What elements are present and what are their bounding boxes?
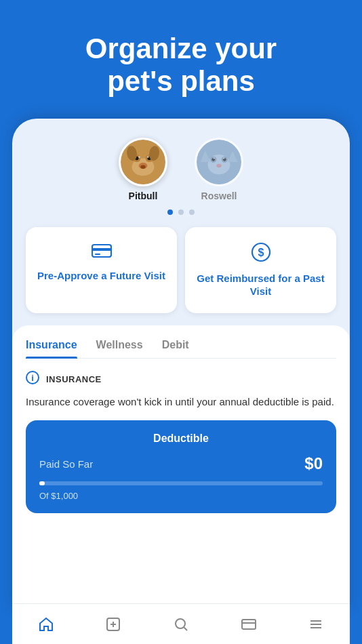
- avatar-pitbull: [119, 138, 167, 186]
- svg-point-20: [216, 163, 221, 167]
- svg-point-22: [223, 157, 224, 159]
- svg-point-11: [147, 156, 149, 158]
- deductible-title: Deductible: [39, 432, 323, 445]
- pet-name-roswell: Roswell: [201, 190, 237, 201]
- insurance-section: i INSURANCE Insurance coverage won't kic…: [26, 371, 336, 514]
- get-reimbursed-card[interactable]: $ Get Reimbursed for a Past Visit: [185, 227, 336, 313]
- card-nav-icon[interactable]: [235, 611, 262, 638]
- svg-rect-25: [95, 254, 100, 255]
- svg-line-34: [184, 627, 187, 630]
- svg-rect-35: [242, 620, 256, 629]
- plus-nav-icon[interactable]: [100, 611, 127, 638]
- pet-name-pitbull: Pitbull: [129, 190, 158, 201]
- phone-frame: Pitbull Ros: [12, 119, 350, 610]
- pet-item-roswell[interactable]: Roswell: [195, 138, 243, 201]
- insurance-description: Insurance coverage won't kick in until y…: [26, 395, 336, 410]
- pet-item-pitbull[interactable]: Pitbull: [119, 138, 167, 201]
- svg-rect-24: [92, 248, 111, 251]
- header: Organize your pet's plans: [0, 0, 362, 119]
- svg-point-7: [140, 165, 145, 169]
- svg-point-33: [176, 619, 185, 628]
- avatar-roswell: [195, 138, 243, 186]
- dog-avatar-svg: [121, 138, 165, 186]
- action-cards-row: Pre-Approve a Future Visit $ Get Reimbur…: [26, 227, 336, 313]
- menu-nav-icon[interactable]: [302, 611, 329, 638]
- home-nav-icon[interactable]: [33, 611, 60, 638]
- deductible-paid-value: $0: [304, 454, 323, 473]
- svg-point-10: [138, 156, 140, 158]
- bottom-nav: [12, 603, 350, 644]
- pets-row: Pitbull Ros: [26, 138, 336, 201]
- get-reimbursed-label: Get Reimbursed for a Past Visit: [196, 272, 325, 298]
- insurance-section-title: INSURANCE: [46, 374, 102, 384]
- search-nav-icon[interactable]: [167, 611, 195, 638]
- progress-bar-fill: [39, 481, 45, 485]
- card-icon: [92, 242, 112, 262]
- pre-approve-card[interactable]: Pre-Approve a Future Visit: [26, 227, 177, 313]
- svg-text:i: i: [31, 373, 34, 383]
- bottom-card: Insurance Wellness Debit i INSURANCE Ins…: [12, 325, 350, 610]
- deductible-card: Deductible Paid So Far $0 Of $1,000: [26, 420, 336, 513]
- tab-wellness[interactable]: Wellness: [96, 339, 143, 358]
- pagination-dots: [26, 209, 336, 215]
- dot-3: [189, 209, 195, 215]
- insurance-header: i INSURANCE: [26, 371, 336, 388]
- dollar-circle-icon: $: [251, 242, 271, 265]
- tabs-row: Insurance Wellness Debit: [26, 339, 336, 359]
- page-title: Organize your pet's plans: [0, 0, 362, 119]
- dot-2: [178, 209, 184, 215]
- progress-bar-bg: [39, 481, 323, 485]
- deductible-paid-row: Paid So Far $0: [39, 454, 323, 473]
- svg-text:$: $: [258, 247, 264, 258]
- tab-insurance[interactable]: Insurance: [26, 339, 77, 358]
- pre-approve-label: Pre-Approve a Future Visit: [37, 269, 165, 283]
- info-icon: i: [26, 371, 39, 388]
- deductible-total: Of $1,000: [39, 491, 323, 501]
- svg-point-21: [214, 157, 215, 159]
- cat-avatar-svg: [197, 138, 241, 186]
- deductible-paid-label: Paid So Far: [39, 458, 93, 470]
- tab-debit[interactable]: Debit: [162, 339, 189, 358]
- dot-1: [167, 209, 173, 215]
